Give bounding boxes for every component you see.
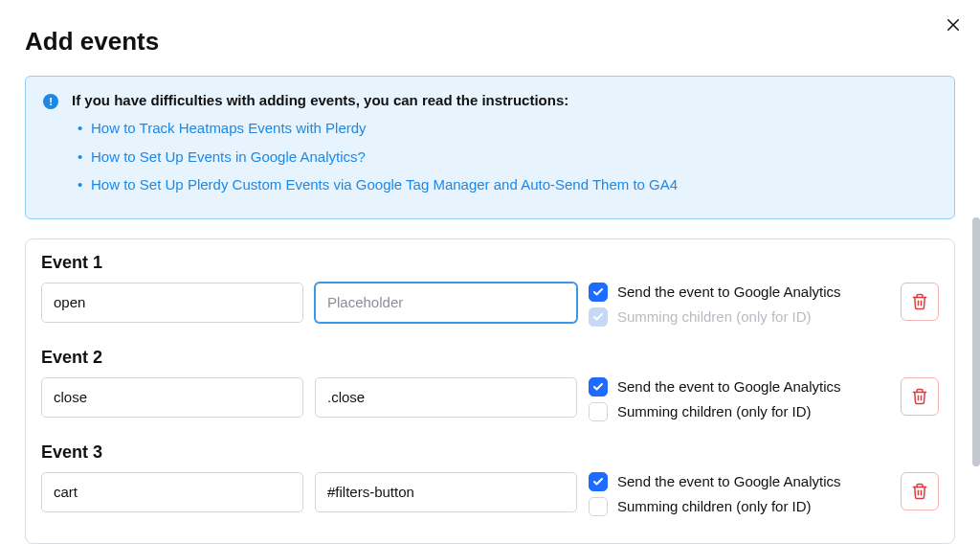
event-row: Send the event to Google Analytics Summi… [41, 472, 939, 516]
add-events-modal: Add events ! If you have difficulties wi… [0, 0, 980, 544]
event-checks: Send the event to Google Analytics Summi… [589, 377, 858, 421]
sum-check-row: Summing children (only for ID) [589, 402, 858, 421]
info-icon: ! [43, 94, 58, 109]
sum-checkbox [589, 307, 608, 327]
check-icon [592, 476, 604, 487]
event-selector-input[interactable] [315, 283, 577, 323]
delete-event-button[interactable] [901, 472, 939, 510]
info-links-list: How to Track Heatmaps Events with Plerdy… [72, 116, 937, 197]
event-name-input[interactable] [41, 283, 303, 323]
ga-check-label: Send the event to Google Analytics [617, 283, 841, 300]
sum-check-label: Summing children (only for ID) [617, 308, 812, 325]
modal-title: Add events [25, 27, 955, 57]
event-title: Event 3 [41, 442, 939, 463]
trash-icon [911, 483, 928, 500]
event-name-input[interactable] [41, 472, 303, 512]
info-content: If you have difficulties with adding eve… [72, 92, 937, 201]
event-name-input[interactable] [41, 377, 303, 418]
trash-icon [911, 388, 928, 405]
sum-check-label: Summing children (only for ID) [617, 498, 812, 514]
close-icon [945, 16, 962, 34]
ga-check-row: Send the event to Google Analytics [589, 377, 858, 397]
event-title: Event 1 [41, 253, 939, 273]
event-selector-input[interactable] [315, 377, 577, 418]
info-link[interactable]: How to Set Up Plerdy Custom Events via G… [91, 176, 678, 193]
events-panel: Event 1 Send the event to Google Analyti… [25, 238, 955, 545]
ga-checkbox[interactable] [589, 283, 608, 302]
event-checks: Send the event to Google Analytics Summi… [589, 472, 858, 516]
event-block: Event 2 Send the event to Google Analyti… [41, 348, 939, 421]
check-icon [592, 286, 604, 298]
sum-checkbox[interactable] [589, 497, 608, 516]
ga-check-label: Send the event to Google Analytics [617, 473, 841, 489]
info-banner: ! If you have difficulties with adding e… [25, 76, 955, 219]
delete-event-button[interactable] [901, 377, 939, 416]
ga-check-label: Send the event to Google Analytics [617, 378, 841, 395]
scrollbar[interactable] [972, 217, 980, 466]
sum-checkbox[interactable] [589, 402, 608, 421]
info-heading: If you have difficulties with adding eve… [72, 92, 937, 108]
sum-check-row: Summing children (only for ID) [589, 307, 858, 327]
delete-event-button[interactable] [901, 283, 939, 321]
info-link[interactable]: How to Set Up Events in Google Analytics… [91, 148, 366, 165]
info-link[interactable]: How to Track Heatmaps Events with Plerdy [91, 120, 367, 136]
modal-header: Add events [25, 27, 955, 57]
close-button[interactable] [942, 13, 965, 36]
event-row: Send the event to Google Analytics Summi… [41, 377, 939, 421]
event-row: Send the event to Google Analytics Summi… [41, 283, 939, 327]
event-block: Event 3 Send the event to Google Analyti… [41, 442, 939, 516]
trash-icon [911, 293, 928, 310]
ga-checkbox[interactable] [589, 472, 608, 491]
ga-check-row: Send the event to Google Analytics [589, 472, 858, 491]
event-title: Event 2 [41, 348, 939, 368]
event-block: Event 1 Send the event to Google Analyti… [41, 253, 939, 327]
ga-check-row: Send the event to Google Analytics [589, 283, 858, 302]
ga-checkbox[interactable] [589, 377, 608, 397]
event-checks: Send the event to Google Analytics Summi… [589, 283, 858, 327]
check-icon [592, 311, 604, 323]
event-selector-input[interactable] [315, 472, 577, 512]
check-icon [592, 381, 604, 393]
sum-check-label: Summing children (only for ID) [617, 403, 812, 419]
sum-check-row: Summing children (only for ID) [589, 497, 858, 516]
